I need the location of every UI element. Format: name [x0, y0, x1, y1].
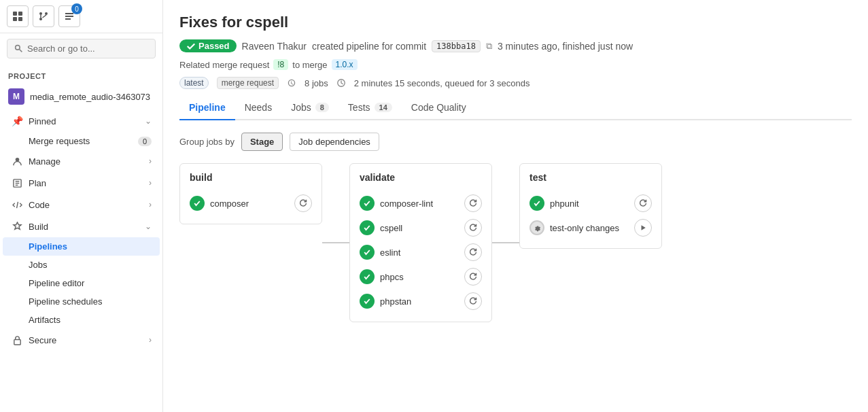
svg-marker-19	[642, 225, 646, 230]
job-cspell-label[interactable]: cspell	[380, 223, 402, 233]
build-icon	[11, 220, 23, 233]
pin-icon: 📌	[11, 115, 23, 127]
sidebar-item-label-code: Code	[29, 200, 50, 210]
sidebar-subitem-pipelines[interactable]: Pipelines	[3, 237, 160, 256]
svg-rect-3	[18, 17, 22, 21]
job-eslint-retry-btn[interactable]	[464, 243, 482, 261]
search-placeholder: Search or go to...	[27, 44, 95, 54]
job-composer-label[interactable]: composer	[210, 199, 249, 209]
sidebar-item-pinned[interactable]: 📌 Pinned ⌄	[3, 110, 160, 132]
sidebar-item-merge-requests[interactable]: Merge requests 0	[3, 132, 160, 150]
sidebar-item-build[interactable]: Build ⌄	[3, 216, 160, 237]
tab-needs[interactable]: Needs	[235, 96, 281, 120]
sidebar-subitem-artifacts[interactable]: Artifacts	[3, 311, 160, 329]
svg-point-4	[39, 12, 42, 15]
author-name: Raveen Thakur	[242, 41, 307, 52]
sidebar-item-label-secure: Secure	[29, 335, 56, 345]
chevron-down-icon: ⌄	[145, 116, 152, 126]
code-icon	[11, 199, 23, 211]
tab-tests[interactable]: Tests 14	[338, 96, 402, 120]
group-by-label: Group jobs by	[179, 137, 235, 147]
search-icon	[14, 44, 23, 53]
sidebar-item-secure[interactable]: Secure ›	[3, 329, 160, 351]
sidebar-subitem-pipeline-editor[interactable]: Pipeline editor	[3, 274, 160, 292]
merge-requests-icon-btn[interactable]	[33, 5, 54, 27]
group-by-job-dependencies-btn[interactable]: Job dependencies	[290, 133, 379, 151]
job-phpcs-label[interactable]: phpcs	[380, 272, 404, 282]
stage-build: build composer	[179, 163, 322, 224]
stages-container: build composer validate	[179, 163, 852, 322]
job-phpstan-status-icon	[360, 294, 375, 309]
job-phpstan-retry-btn[interactable]	[464, 292, 482, 310]
job-composer-status-icon	[190, 196, 205, 211]
job-cspell-retry-btn[interactable]	[464, 219, 482, 237]
svg-line-10	[20, 50, 22, 52]
job-phpcs-retry-btn[interactable]	[464, 268, 482, 286]
pipeline-meta-row: Passed Raveen Thakur created pipeline fo…	[179, 39, 852, 52]
sidebar-item-code[interactable]: Code ›	[3, 194, 160, 216]
sidebar-item-manage[interactable]: Manage ›	[3, 150, 160, 172]
jobs-icon	[287, 78, 296, 88]
pipeline-tabs: Pipeline Needs Jobs 8 Tests 14 Code Qual…	[179, 96, 852, 120]
job-phpunit-label[interactable]: phpunit	[550, 199, 579, 209]
sidebar-item-label-pinned: Pinned	[29, 116, 56, 126]
tests-tab-count: 14	[375, 103, 392, 112]
group-by-stage-btn[interactable]: Stage	[241, 133, 283, 151]
jobs-tab-count: 8	[315, 103, 329, 112]
project-section-label: Project	[0, 67, 162, 83]
merge-branch-badge[interactable]: 1.0.x	[332, 59, 358, 70]
connector-validate-test	[492, 242, 519, 243]
job-test-only-changes-play-btn[interactable]	[634, 219, 652, 237]
job-eslint-status-icon	[360, 245, 375, 260]
chevron-right-icon4: ›	[149, 335, 152, 345]
job-phpcs-status-icon	[360, 269, 375, 284]
job-phpstan-label[interactable]: phpstan	[380, 296, 411, 307]
job-phpunit-status-icon	[530, 196, 544, 211]
project-item[interactable]: M media_remote_audio-3463073	[0, 83, 162, 110]
chevron-down-icon2: ⌄	[145, 222, 152, 231]
main-content: Fixes for cspell Passed Raveen Thakur cr…	[163, 0, 868, 412]
job-test-only-changes-label[interactable]: test-only changes	[550, 223, 619, 233]
sidebar-top: 0	[0, 0, 162, 33]
svg-point-6	[39, 18, 42, 20]
job-composer-lint-retry-btn[interactable]	[464, 194, 482, 212]
group-by-row: Group jobs by Stage Job dependencies	[179, 133, 852, 151]
duration-text: 2 minutes 15 seconds, queued for 3 secon…	[354, 78, 530, 88]
sidebar-item-plan[interactable]: Plan ›	[3, 172, 160, 194]
sidebar-subitem-pipeline-schedules[interactable]: Pipeline schedules	[3, 292, 160, 311]
todo-badge-count: 0	[71, 3, 82, 14]
chevron-right-icon3: ›	[149, 200, 152, 209]
merge-to-text: to merge	[292, 60, 327, 70]
plan-icon	[11, 177, 23, 189]
action-text: created pipeline for commit	[312, 41, 426, 52]
copy-icon[interactable]: ⧉	[486, 41, 492, 52]
job-composer-lint-label[interactable]: composer-lint	[380, 199, 433, 209]
svg-rect-17	[14, 339, 20, 345]
svg-line-16	[16, 201, 18, 207]
svg-rect-2	[13, 17, 17, 21]
secure-icon	[11, 334, 23, 346]
job-cspell: cspell	[360, 216, 482, 240]
job-phpunit: phpunit	[530, 191, 652, 216]
sidebar-subitem-jobs[interactable]: Jobs	[3, 256, 160, 274]
search-bar[interactable]: Search or go to...	[7, 39, 156, 58]
sidebar-item-label-build: Build	[29, 222, 48, 232]
job-composer-retry-btn[interactable]	[294, 194, 312, 212]
job-phpunit-retry-btn[interactable]	[634, 194, 652, 212]
todo-icon-btn[interactable]: 0	[58, 5, 80, 27]
chevron-right-icon: ›	[149, 156, 152, 166]
jobs-count: 8 jobs	[305, 78, 328, 88]
job-eslint-label[interactable]: eslint	[380, 247, 400, 258]
related-merge-row: Related merge request !8 to merge 1.0.x	[179, 59, 852, 70]
home-icon-btn[interactable]	[7, 5, 29, 27]
job-test-only-changes-status-icon	[530, 220, 544, 235]
tab-pipeline[interactable]: Pipeline	[179, 96, 235, 120]
stage-test: test phpunit test-only changes	[519, 163, 662, 249]
tab-jobs[interactable]: Jobs 8	[281, 96, 338, 120]
page-title: Fixes for cspell	[179, 14, 852, 31]
merge-id-badge[interactable]: !8	[273, 59, 288, 70]
latest-tag: latest	[179, 77, 209, 89]
sidebar-item-label-manage: Manage	[29, 156, 60, 167]
commit-hash[interactable]: 138bba18	[432, 40, 481, 52]
tab-code-quality[interactable]: Code Quality	[402, 96, 476, 120]
